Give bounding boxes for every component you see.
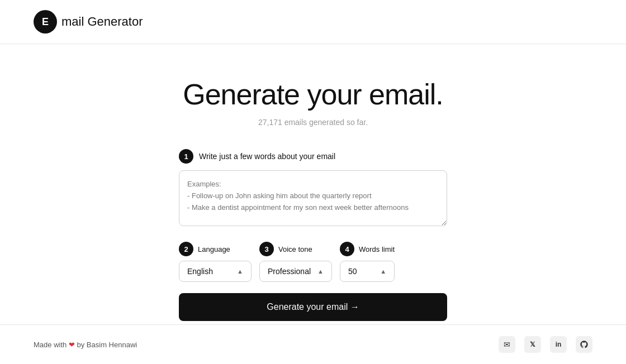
voice-tone-group: 3 Voice tone Professional ▲ — [259, 242, 332, 282]
step1-number: 1 — [179, 149, 193, 164]
language-value: English — [187, 267, 213, 276]
voice-tone-value: Professional — [268, 267, 311, 276]
form-container: 1 Write just a few words about your emai… — [179, 149, 447, 339]
language-group: 2 Language English ▲ — [179, 242, 252, 282]
header: E mail Generator — [0, 0, 626, 44]
language-label-row: 2 Language — [179, 242, 252, 256]
footer-author: by Basim Hennawi — [77, 341, 137, 349]
step4-number: 4 — [340, 242, 354, 256]
linkedin-icon[interactable]: in — [550, 336, 567, 353]
generate-button[interactable]: Generate your email → — [179, 293, 447, 321]
words-limit-chevron-icon: ▲ — [380, 268, 386, 275]
step1-text: Write just a few words about your email — [199, 152, 335, 161]
main-content: Generate your email. 27,171 emails gener… — [0, 44, 626, 364]
logo-circle: E — [34, 10, 57, 33]
twitter-icon[interactable]: 𝕏 — [524, 336, 541, 353]
heart-icon: ❤ — [69, 341, 75, 349]
step2-number: 2 — [179, 242, 193, 256]
language-select[interactable]: English ▲ — [179, 261, 252, 282]
logo-letter: E — [42, 16, 49, 28]
step1-label: 1 Write just a few words about your emai… — [179, 149, 447, 164]
emails-count: 27,171 emails generated so far. — [258, 118, 368, 127]
language-label-text: Language — [198, 245, 230, 253]
textarea-wrapper — [179, 170, 447, 228]
voice-tone-select[interactable]: Professional ▲ — [259, 261, 332, 282]
footer-social-icons: ✉ 𝕏 in — [499, 336, 592, 353]
voice-tone-label-row: 3 Voice tone — [259, 242, 332, 256]
voice-tone-label-text: Voice tone — [278, 245, 312, 253]
step3-number: 3 — [259, 242, 274, 256]
words-limit-label-row: 4 Words limit — [340, 242, 395, 256]
words-limit-select[interactable]: 50 ▲ — [340, 261, 395, 282]
github-icon[interactable] — [576, 336, 592, 353]
words-limit-label-text: Words limit — [359, 245, 395, 253]
words-limit-group: 4 Words limit 50 ▲ — [340, 242, 395, 282]
footer-left: Made with ❤ by Basim Hennawi — [34, 341, 137, 349]
logo-text: mail Generator — [61, 15, 143, 29]
words-limit-value: 50 — [348, 267, 357, 276]
voice-tone-chevron-icon: ▲ — [317, 268, 324, 275]
options-row: 2 Language English ▲ 3 Voice tone Profes… — [179, 242, 447, 282]
footer: Made with ❤ by Basim Hennawi ✉ 𝕏 in — [0, 324, 626, 364]
footer-made-with: Made with — [34, 341, 67, 349]
page-title: Generate your email. — [183, 78, 443, 111]
language-chevron-icon: ▲ — [237, 268, 243, 275]
email-description-input[interactable] — [179, 170, 447, 226]
email-icon[interactable]: ✉ — [499, 336, 515, 353]
